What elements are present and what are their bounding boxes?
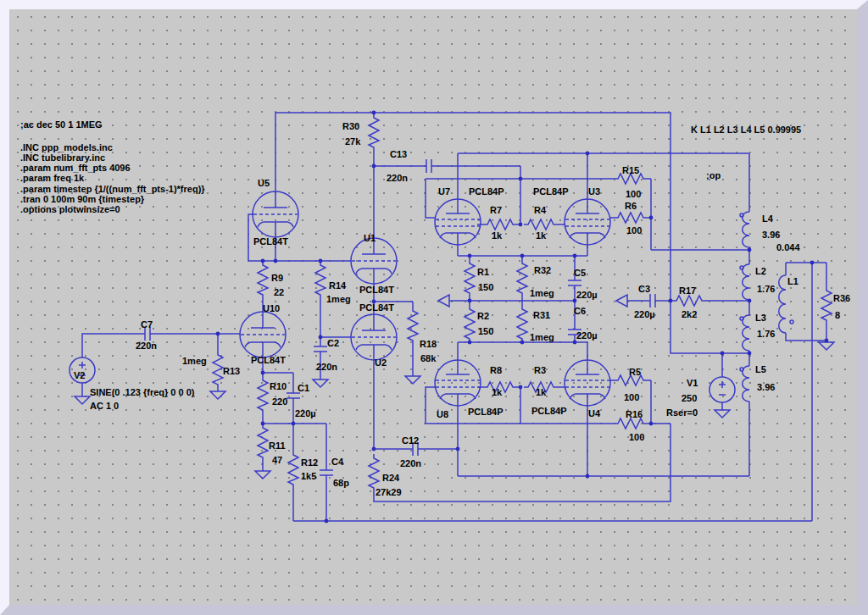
label-r7-value[interactable]: 1k (492, 230, 503, 241)
label-r13-name[interactable]: R13 (223, 366, 240, 376)
ground-icon[interactable] (210, 391, 225, 399)
label-c12-name[interactable]: C12 (402, 435, 419, 446)
ground-icon[interactable] (255, 471, 270, 479)
label-c4-value[interactable]: 68p (333, 478, 349, 488)
resistor-R13[interactable] (213, 351, 223, 388)
label-c2-name[interactable]: C2 (327, 338, 339, 348)
label-r30-name[interactable]: R30 (342, 121, 359, 131)
ground-icon[interactable] (405, 376, 420, 384)
label-u4-type[interactable]: PCL84P (531, 406, 567, 416)
ground-icon[interactable] (313, 380, 328, 387)
label-r24-name[interactable]: R24 (382, 473, 400, 483)
label-r5-name[interactable]: R5 (629, 367, 641, 377)
label-u8-type[interactable]: PCL84P (468, 407, 504, 417)
label-l1-value[interactable]: 0.044 (776, 242, 800, 252)
label-r30-value[interactable]: 27k (345, 136, 361, 147)
label-v2-name[interactable]: V2 (74, 370, 85, 380)
label-u5-type[interactable]: PCL84T (253, 236, 288, 247)
label-group[interactable]: R30 27k C13 220n R9 22 R14 1meg C2 220n … (74, 121, 850, 497)
ground-icon[interactable] (75, 396, 90, 404)
label-c6-value[interactable]: 220µ (576, 330, 598, 341)
label-r1-name[interactable]: R1 (477, 267, 489, 277)
resistor-R2[interactable] (465, 305, 475, 342)
tube-U1[interactable] (351, 238, 397, 284)
resistor-R17[interactable] (672, 296, 709, 306)
label-r18-name[interactable]: R18 (420, 339, 437, 349)
label-r6-name[interactable]: R6 (625, 201, 637, 211)
label-r7-name[interactable]: R7 (490, 205, 502, 215)
label-c13-name[interactable]: C13 (390, 149, 407, 159)
label-c2-value[interactable]: 220n (316, 362, 337, 372)
tube-U8[interactable] (435, 360, 481, 406)
tube-U5[interactable] (253, 191, 298, 237)
label-c3-name[interactable]: C3 (638, 284, 650, 294)
label-c5-value[interactable]: 220µ (576, 290, 598, 300)
label-l4-name[interactable]: L4 (762, 213, 774, 224)
label-r24-value[interactable]: 27k29 (376, 487, 402, 497)
label-r5-value[interactable]: 100 (624, 392, 639, 402)
resistor-R18[interactable] (408, 307, 418, 344)
tube-U10[interactable] (240, 312, 286, 357)
label-c1-name[interactable]: C1 (298, 383, 309, 393)
resistor-R14[interactable] (315, 261, 326, 298)
label-r6-value[interactable]: 100 (626, 225, 642, 235)
label-l4-value[interactable]: 3.96 (762, 230, 780, 240)
label-u5-name[interactable]: U5 (258, 178, 270, 188)
label-r10-name[interactable]: R10 (270, 381, 287, 391)
label-r17-value[interactable]: 2k2 (682, 309, 697, 319)
label-u10-type[interactable]: PCL84T (251, 355, 286, 365)
label-r1-value[interactable]: 150 (478, 282, 493, 292)
label-u4-name[interactable]: U4 (588, 408, 601, 418)
label-r12-value[interactable]: 1k5 (301, 471, 316, 481)
label-r15-name[interactable]: R15 (622, 165, 639, 175)
resistor-R1[interactable] (465, 259, 475, 296)
resistor-R6[interactable] (614, 213, 651, 223)
tube-U4[interactable] (565, 360, 610, 406)
tube-U3[interactable] (565, 199, 610, 245)
resistor-R7[interactable] (483, 219, 520, 230)
label-v2-ac[interactable]: AC 1 0 (90, 401, 119, 411)
label-u3-name[interactable]: U3 (588, 186, 600, 197)
label-u3-type[interactable]: PCL84P (533, 186, 569, 197)
label-r16-name[interactable]: R16 (626, 409, 643, 419)
label-r3-value[interactable]: 1k (536, 387, 547, 397)
tube-U7[interactable] (435, 199, 481, 245)
label-l3-name[interactable]: L3 (755, 313, 766, 323)
capacitor-C2[interactable] (314, 339, 327, 359)
label-op-directive[interactable]: ;op (706, 170, 721, 180)
label-c3-value[interactable]: 220µ (634, 309, 655, 319)
label-c4-name[interactable]: C4 (331, 457, 344, 467)
label-r12-name[interactable]: R12 (301, 457, 318, 468)
label-r9-value[interactable]: 22 (274, 287, 284, 297)
label-r16-value[interactable]: 100 (629, 432, 644, 442)
label-u8-name[interactable]: U8 (437, 409, 448, 419)
ground-icon[interactable] (715, 410, 730, 418)
label-u1-name[interactable]: U1 (364, 233, 376, 243)
resistor-R32[interactable] (517, 259, 527, 296)
label-u1-type[interactable]: PCL84T (359, 285, 394, 295)
label-u2-name[interactable]: U2 (375, 357, 387, 368)
label-r36-name[interactable]: R36 (833, 293, 850, 303)
resistor-R11[interactable] (258, 424, 268, 461)
label-r4-name[interactable]: R4 (534, 205, 547, 215)
label-l5-value[interactable]: 3.96 (757, 382, 775, 392)
resistor-R9[interactable] (258, 261, 268, 298)
label-r4-value[interactable]: 1k (536, 230, 547, 241)
schematic-canvas[interactable]: R30 27k C13 220n R9 22 R14 1meg C2 220n … (0, 0, 868, 615)
resistor-R12[interactable] (288, 451, 298, 488)
label-r2-value[interactable]: 150 (478, 326, 493, 336)
label-r2-name[interactable]: R2 (477, 311, 489, 321)
tube-U2[interactable] (351, 314, 397, 360)
resistor-R24[interactable] (369, 454, 379, 491)
label-c7-name[interactable]: C7 (141, 319, 153, 330)
label-c13-value[interactable]: 220n (387, 173, 408, 183)
label-r11-value[interactable]: 47 (272, 455, 282, 465)
resistor-R36[interactable] (821, 286, 832, 324)
label-u2-type[interactable]: PCL84T (359, 302, 394, 313)
label-c6-name[interactable]: C6 (574, 306, 586, 316)
inductor-L4[interactable] (740, 212, 749, 247)
ground-icon[interactable] (819, 342, 834, 350)
label-r13-value[interactable]: 1meg (182, 356, 207, 366)
label-r18-value[interactable]: 68k (420, 353, 437, 363)
label-v1-rser[interactable]: Rser=0 (666, 407, 698, 418)
